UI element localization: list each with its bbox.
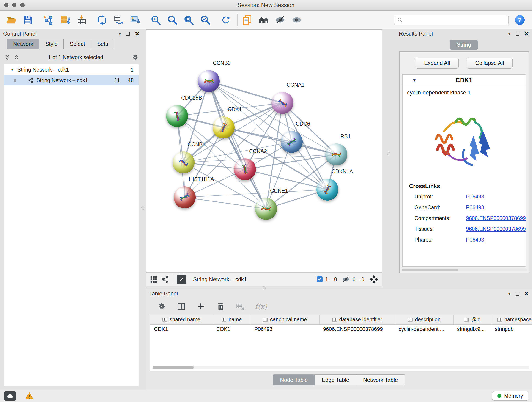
show-all-panels-button[interactable]: [258, 14, 270, 26]
save-session-button[interactable]: [22, 14, 34, 26]
hide-panel-button[interactable]: [274, 14, 286, 26]
network-node-CCNA1[interactable]: [272, 92, 293, 114]
crosslink-uniprot-link[interactable]: P06493: [466, 194, 484, 200]
column-header-namespace[interactable]: namespace: [491, 315, 532, 324]
crosslink-tissues-link[interactable]: 9606.ENSP00000378699: [466, 226, 526, 232]
clear-table-button[interactable]: [235, 301, 245, 312]
cell-description[interactable]: cyclin-dependent ...: [395, 324, 453, 334]
column-header-canonical-name[interactable]: canonical name: [251, 315, 319, 324]
network-node-CCNA2[interactable]: [234, 158, 256, 180]
network-node-HIST1H1A[interactable]: [174, 186, 196, 208]
panel-maximize-icon[interactable]: [515, 292, 519, 296]
column-header-id[interactable]: @id: [453, 315, 491, 324]
network-view-icon[interactable]: [161, 275, 169, 283]
panel-close-icon[interactable]: ×: [135, 31, 139, 37]
function-builder-button[interactable]: f(x): [255, 302, 267, 311]
import-network-file-button[interactable]: [43, 14, 55, 26]
column-header-description[interactable]: description: [395, 315, 453, 324]
tab-select[interactable]: Select: [64, 39, 91, 49]
tab-network[interactable]: Network: [7, 39, 39, 49]
panel-close-icon[interactable]: ×: [525, 291, 529, 297]
panel-maximize-icon[interactable]: [515, 32, 519, 36]
network-canvas[interactable]: CCNB2CCNA1CDC25BCDK1CDC6RB1CCNB1CCNA2CDK…: [146, 29, 382, 272]
open-session-button[interactable]: [6, 14, 17, 26]
section-collapse-caret[interactable]: ▼: [412, 78, 417, 83]
add-column-button[interactable]: [196, 301, 206, 312]
delete-column-button[interactable]: [215, 301, 226, 312]
warnings-button[interactable]: [25, 392, 34, 400]
pan-move-icon[interactable]: [369, 275, 379, 284]
column-header-database-identifier[interactable]: database identifier: [319, 315, 395, 324]
import-table-file-button[interactable]: [76, 14, 88, 26]
network-node-RB1[interactable]: [325, 143, 347, 166]
cell-database-identifier[interactable]: 9606.ENSP00000378699: [319, 324, 395, 334]
selected-checkbox[interactable]: [317, 276, 323, 282]
table-settings-button[interactable]: [157, 301, 167, 312]
zoom-fit-button[interactable]: [183, 14, 195, 26]
expand-all-button[interactable]: Expand All: [416, 57, 458, 69]
copy-document-button[interactable]: [241, 14, 253, 26]
cell-canonical-name[interactable]: P06493: [251, 324, 319, 334]
close-traffic-light[interactable]: [4, 3, 8, 7]
zoom-in-button[interactable]: [150, 14, 162, 26]
crosslink-pharos-link[interactable]: P06493: [466, 237, 484, 243]
crosslink-compartments-link[interactable]: 9606.ENSP00000378699: [466, 215, 526, 221]
tab-node-table[interactable]: Node Table: [273, 375, 315, 385]
hidden-eye-slash-icon[interactable]: [342, 275, 350, 283]
crosslink-genecard-link[interactable]: P06493: [466, 204, 484, 211]
results-horizontal-scrollbar[interactable]: [401, 268, 527, 271]
network-node-CDC25B[interactable]: [166, 105, 188, 127]
network-node-CDKN1A[interactable]: [317, 179, 338, 201]
export-image-button[interactable]: [129, 14, 141, 26]
cell-shared-name[interactable]: CDK1: [150, 324, 213, 334]
cell-name[interactable]: CDK1: [213, 324, 251, 334]
tab-sets[interactable]: Sets: [91, 39, 114, 49]
left-splitter-handle[interactable]: [141, 207, 144, 210]
bottom-splitter-handle[interactable]: [263, 286, 266, 289]
show-panel-button[interactable]: [291, 14, 303, 26]
table-row[interactable]: CDK1 CDK1 P06493 9606.ENSP00000378699 cy…: [150, 324, 532, 334]
network-node-CCNB1[interactable]: [172, 152, 195, 173]
tree-expand-caret[interactable]: ▼: [10, 67, 14, 72]
cell-namespace[interactable]: stringdb: [491, 324, 532, 334]
memory-button[interactable]: Memory: [492, 391, 528, 401]
column-header-shared-name[interactable]: shared name: [150, 315, 213, 324]
network-row-selected[interactable]: String Network – cdk1 11 48: [4, 75, 139, 85]
network-node-CCNE1[interactable]: [255, 198, 277, 220]
panel-close-icon[interactable]: ×: [525, 31, 529, 37]
panel-maximize-icon[interactable]: [126, 32, 130, 36]
show-columns-button[interactable]: [176, 301, 186, 312]
tab-style[interactable]: Style: [39, 39, 64, 49]
scrollbar-thumb[interactable]: [152, 366, 194, 369]
clone-network-button[interactable]: [96, 14, 108, 26]
zoom-out-button[interactable]: [166, 14, 178, 26]
tab-network-table[interactable]: Network Table: [356, 375, 405, 385]
network-options-gear-icon[interactable]: [132, 54, 138, 61]
right-splitter-handle[interactable]: [387, 152, 390, 155]
import-network-database-button[interactable]: [59, 14, 71, 26]
network-node-CDK1[interactable]: [213, 116, 234, 138]
expand-all-icon[interactable]: [4, 54, 11, 61]
tab-edge-table[interactable]: Edge Table: [315, 375, 356, 385]
column-header-name[interactable]: name: [213, 315, 251, 324]
apply-style-refresh-button[interactable]: [220, 14, 232, 26]
search-input[interactable]: [405, 17, 506, 23]
tab-string[interactable]: String: [450, 40, 478, 50]
zoom-selected-button[interactable]: [199, 14, 211, 26]
network-node-CDC6[interactable]: [281, 131, 303, 153]
network-node-CCNB2[interactable]: [198, 70, 220, 92]
panel-float-icon[interactable]: ▾: [119, 31, 121, 36]
collapse-all-button[interactable]: Collapse All: [467, 57, 513, 69]
cell-id[interactable]: stringdb:9...: [453, 324, 491, 334]
panel-float-icon[interactable]: ▾: [508, 291, 510, 296]
collapse-all-icon[interactable]: [13, 54, 20, 61]
minimize-traffic-light[interactable]: [12, 3, 17, 7]
cloud-services-button[interactable]: [4, 391, 17, 401]
panel-float-icon[interactable]: ▾: [508, 31, 510, 36]
help-button[interactable]: ?: [515, 15, 525, 25]
network-from-table-button[interactable]: [113, 14, 125, 26]
grid-view-icon[interactable]: [150, 275, 158, 283]
table-horizontal-scrollbar[interactable]: [152, 366, 529, 369]
birds-eye-view-button[interactable]: [177, 274, 186, 284]
maximize-traffic-light[interactable]: [20, 3, 25, 7]
